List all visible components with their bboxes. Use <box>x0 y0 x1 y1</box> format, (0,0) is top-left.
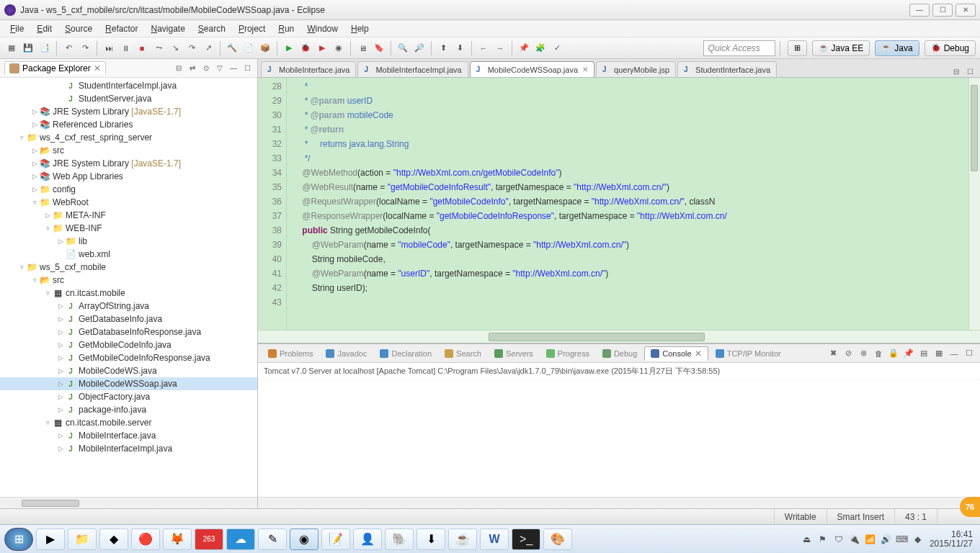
run-last-icon[interactable]: ▶ <box>315 41 329 55</box>
tree-item[interactable]: ▷JMobileInterfaceImpl.java <box>0 442 257 455</box>
debug-stop-icon[interactable]: ■ <box>135 41 149 55</box>
new-package-icon[interactable]: 📦 <box>258 41 272 55</box>
tree-item[interactable]: ▿📁ws_4_cxf_rest_spring_server <box>0 131 257 144</box>
menu-file[interactable]: File <box>4 22 30 35</box>
task-word-icon[interactable]: W <box>480 529 509 550</box>
editor-vscrollbar[interactable] <box>968 78 980 330</box>
code-area[interactable]: * * @param userID * @param mobileCode * … <box>287 78 968 330</box>
tree-item[interactable]: ▷JGetDatabaseInfo.java <box>0 313 257 325</box>
remove-all-icon[interactable]: ⊗ <box>857 347 870 360</box>
save-all-icon[interactable]: 📑 <box>37 41 52 55</box>
editor-hscrollbar[interactable] <box>258 330 980 343</box>
tree-item[interactable]: ▷📁config <box>0 183 257 196</box>
tray-input-icon[interactable]: ⌨ <box>896 534 908 545</box>
bottom-tab-search[interactable]: Search <box>439 348 487 359</box>
task-dl-icon[interactable]: ⬇ <box>416 529 445 550</box>
tree-item[interactable]: ▷JGetMobileCodeInfoResponse.java <box>0 351 257 364</box>
task-eclipse-icon[interactable]: ◉ <box>290 529 318 550</box>
tray-volume-icon[interactable]: 🔊 <box>881 534 892 545</box>
tree-item[interactable]: ▷JObjectFactory.java <box>0 390 257 403</box>
console-hscrollbar[interactable] <box>258 497 980 508</box>
editor-tab[interactable]: MobileInterfaceImpl.java <box>357 61 468 77</box>
tab-close-icon[interactable]: ✕ <box>582 66 588 73</box>
code-editor[interactable]: 28293031323334353637383940414243 * * @pa… <box>258 78 980 330</box>
tree-item[interactable]: ▷📚JRE System Library [JavaSE-1.7] <box>0 157 257 170</box>
minimize-button[interactable]: — <box>909 4 930 17</box>
pin-icon[interactable]: 📌 <box>517 41 531 55</box>
task-edit-icon[interactable]: ✎ <box>258 529 287 550</box>
menu-edit[interactable]: Edit <box>31 22 58 35</box>
tree-item[interactable]: ▷📁META-INF <box>0 209 257 222</box>
start-button[interactable]: ⊞ <box>4 528 33 551</box>
tray-app-icon[interactable]: ◆ <box>912 534 924 545</box>
quick-access-input[interactable]: Quick Access <box>703 40 775 56</box>
tasks-icon[interactable]: ✓ <box>550 41 564 55</box>
restore-icon[interactable]: ⊟ <box>950 66 962 77</box>
coverage-icon[interactable]: ◉ <box>331 41 346 55</box>
tree-item[interactable]: ▷JArrayOfString.java <box>0 300 257 313</box>
tree-item[interactable]: ▿📁ws_5_cxf_mobile <box>0 261 257 274</box>
tree-item[interactable]: ▷📚JRE System Library [JavaSE-1.7] <box>0 105 257 118</box>
bottom-tab-declaration[interactable]: Declaration <box>374 348 437 359</box>
max-view-icon[interactable]: ☐ <box>963 347 976 360</box>
task-cmd-icon[interactable]: >_ <box>512 529 540 550</box>
new-server-icon[interactable]: 🖥 <box>355 41 370 55</box>
back-icon[interactable]: ← <box>476 41 491 55</box>
menu-project[interactable]: Project <box>233 22 271 35</box>
task-javaee-icon[interactable]: ☕ <box>448 529 477 550</box>
link-editor-icon[interactable]: ⇄ <box>187 63 198 74</box>
bottom-tab-tcpipmonitor[interactable]: TCP/IP Monitor <box>710 348 787 359</box>
bottom-tab-console[interactable]: Console ✕ <box>644 346 708 361</box>
menu-refactor[interactable]: Refactor <box>99 22 143 35</box>
perspective-debug[interactable]: 🐞 Debug <box>925 40 976 56</box>
tree-item[interactable]: ▿▦cn.itcast.mobile <box>0 287 257 300</box>
notification-badge[interactable]: 76 <box>960 497 980 517</box>
task-notepad-icon[interactable]: 📝 <box>321 529 350 550</box>
step-over-icon[interactable]: ↷ <box>184 41 199 55</box>
bottom-tab-progress[interactable]: Progress <box>540 348 595 359</box>
open-type-icon[interactable]: 🔍 <box>396 41 410 55</box>
task-vbox-icon[interactable]: ◆ <box>99 529 128 550</box>
package-tree[interactable]: JStudentInterfaceImpl.javaJStudentServer… <box>0 78 257 497</box>
tray-power-icon[interactable]: 🔌 <box>849 534 860 545</box>
scroll-lock-icon[interactable]: 🔒 <box>887 347 900 360</box>
annotation-next-icon[interactable]: ⬇ <box>453 41 467 55</box>
tray-shield-icon[interactable]: 🛡 <box>833 534 845 545</box>
editor-tab[interactable]: StudentInterface.java <box>677 61 777 77</box>
task-cloud-icon[interactable]: ☁ <box>226 529 255 550</box>
tree-item[interactable]: ▿📂src <box>0 274 257 287</box>
tree-item[interactable]: ▷JGetDatabaseInfoResponse.java <box>0 325 257 338</box>
collapse-all-icon[interactable]: ⊟ <box>173 63 184 74</box>
tree-item[interactable]: ▿📁WEB-INF <box>0 222 257 235</box>
run-icon[interactable]: ▶ <box>282 41 296 55</box>
clear-console-icon[interactable]: 🗑 <box>872 347 885 360</box>
bottom-tab-servers[interactable]: Servers <box>489 348 539 359</box>
perspective-javaee[interactable]: ☕ Java EE <box>812 40 870 56</box>
display-selected-icon[interactable]: ▤ <box>917 347 930 360</box>
tree-item[interactable]: ▷📚Web App Libraries <box>0 170 257 183</box>
save-icon[interactable]: 💾 <box>21 41 35 55</box>
task-media-icon[interactable]: ▶ <box>36 529 65 550</box>
package-explorer-tab[interactable]: Package Explorer ✕ <box>4 61 106 75</box>
menu-source[interactable]: Source <box>59 22 98 35</box>
minimize-view-icon[interactable]: — <box>228 63 239 74</box>
pin-console-icon[interactable]: 📌 <box>902 347 915 360</box>
tree-item[interactable]: ▷JMobileCodeWSSoap.java <box>0 377 257 390</box>
bottom-tab-debug[interactable]: Debug <box>597 348 643 359</box>
cheat-icon[interactable]: 🧩 <box>533 41 548 55</box>
annotation-prev-icon[interactable]: ⬆ <box>436 41 450 55</box>
tree-item[interactable]: ▷JMobileInterface.java <box>0 429 257 442</box>
tray-network-icon[interactable]: 📶 <box>865 534 876 545</box>
tree-item[interactable]: ▷📚Referenced Libraries <box>0 118 257 131</box>
maximize-editor-icon[interactable]: ☐ <box>964 66 976 77</box>
open-perspective-button[interactable]: ⊞ <box>788 40 807 56</box>
remove-launch-icon[interactable]: ⊘ <box>842 347 855 360</box>
perspective-java[interactable]: ☕ Java <box>875 40 919 56</box>
new-class-icon[interactable]: 📄 <box>241 41 256 55</box>
close-button[interactable]: ✕ <box>956 4 976 17</box>
min-view-icon[interactable]: — <box>948 347 961 360</box>
close-icon[interactable]: ✕ <box>94 63 101 73</box>
redo-icon[interactable]: ↷ <box>78 41 92 55</box>
tree-hscrollbar[interactable] <box>0 497 257 508</box>
maximize-button[interactable]: ☐ <box>932 4 953 17</box>
